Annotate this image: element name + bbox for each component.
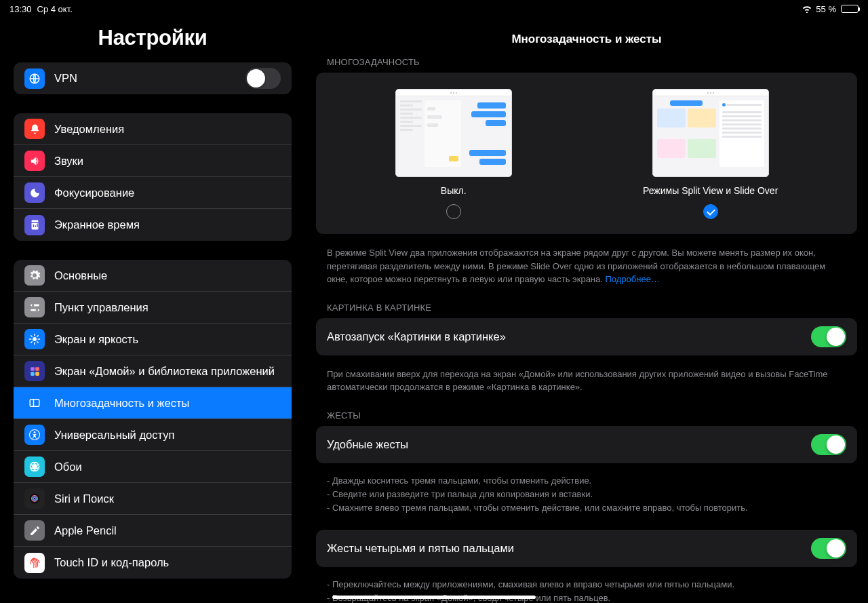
sidebar-item-label: Фокусирование (54, 186, 281, 200)
sidebar-item-accessibility[interactable]: Универсальный доступ (14, 419, 292, 451)
option-off[interactable]: Выкл. (395, 89, 512, 219)
sidebar-item-touchid[interactable]: Touch ID и код-пароль (14, 547, 292, 579)
control-center-icon (24, 297, 45, 317)
vpn-toggle[interactable] (245, 68, 281, 89)
sidebar-item-pencil[interactable]: Apple Pencil (14, 515, 292, 547)
sidebar-item-focus[interactable]: Фокусирование (14, 177, 292, 209)
sidebar-item-label: Siri и Поиск (54, 492, 281, 506)
detail-pane: Многозадачность и жесты МНОГОЗАДАЧНОСТЬ … (305, 0, 868, 603)
sidebar-item-label: VPN (54, 71, 245, 85)
svg-point-4 (35, 309, 38, 311)
general-icon (24, 265, 45, 286)
multitasking-icon (24, 393, 45, 413)
svg-rect-6 (31, 367, 35, 371)
sidebar-item-general[interactable]: Основные (14, 260, 292, 292)
sidebar-item-home-screen[interactable]: Экран «Домой» и библиотека приложений (14, 355, 292, 387)
focus-icon (24, 182, 45, 203)
sidebar-item-label: Пункт управления (54, 300, 281, 315)
option-splitview-thumb (652, 89, 769, 177)
multitask-options-card: Выкл. (316, 73, 857, 234)
radio-splitview[interactable] (703, 204, 718, 219)
sidebar-item-label: Многозадачность и жесты (54, 396, 281, 410)
sidebar-item-display[interactable]: Экран и яркость (14, 324, 292, 355)
sidebar-item-label: Универсальный доступ (54, 428, 281, 442)
battery-percent: 55 % (816, 4, 836, 14)
home-indicator[interactable] (332, 596, 536, 599)
wallpaper-icon (24, 456, 45, 477)
sidebar-item-control-center[interactable]: Пункт управления (14, 292, 292, 324)
sounds-icon (24, 151, 45, 171)
sidebar-item-screen-time[interactable]: Экранное время (14, 209, 292, 241)
display-icon (24, 329, 45, 349)
gesture1-toggle[interactable] (811, 434, 846, 455)
globe-icon (24, 69, 45, 89)
pencil-icon (24, 520, 45, 541)
sidebar-item-siri[interactable]: Siri и Поиск (14, 483, 292, 515)
pip-toggle[interactable] (811, 326, 846, 347)
status-time: 13:30 (9, 4, 32, 14)
sidebar-item-label: Экран «Домой» и библиотека приложений (54, 364, 281, 378)
svg-rect-8 (31, 372, 35, 376)
option-label: Режимы Split View и Slide Over (643, 185, 778, 196)
battery-icon (841, 5, 859, 13)
sidebar-item-notifications[interactable]: Уведомления (14, 113, 292, 145)
status-bar: 13:30 Ср 4 окт. 55 % (0, 0, 868, 18)
sidebar-group-vpn: VPN (14, 62, 292, 94)
learn-more-link[interactable]: Подробнее… (606, 274, 660, 284)
section-header-multitask: МНОГОЗАДАЧНОСТЬ (305, 57, 868, 73)
svg-rect-9 (35, 372, 39, 376)
section-header-gestures: ЖЕСТЫ (305, 410, 868, 426)
sidebar-item-multitasking[interactable]: Многозадачность и жесты (14, 387, 292, 419)
svg-rect-10 (30, 400, 39, 407)
row-convenient-gestures[interactable]: Удобные жесты (316, 426, 857, 463)
sidebar-item-label: Apple Pencil (54, 524, 281, 538)
accessibility-icon (24, 425, 45, 445)
option-label: Выкл. (441, 185, 467, 196)
sidebar-item-label: Экран и яркость (54, 332, 281, 347)
row-pip-autostart[interactable]: Автозапуск «Картинки в картинке» (316, 318, 857, 355)
sidebar-item-sounds[interactable]: Звуки (14, 145, 292, 177)
home-screen-icon (24, 361, 45, 381)
sidebar-group-1: УведомленияЗвукиФокусированиеЭкранное вр… (14, 113, 292, 241)
siri-icon (24, 488, 45, 509)
sidebar-item-label: Уведомления (54, 122, 281, 136)
pip-footer: При смахивании вверх для перехода на экр… (305, 362, 868, 410)
svg-point-12 (34, 431, 36, 433)
option-off-thumb (395, 89, 512, 177)
sidebar-item-label: Звуки (54, 154, 281, 168)
notifications-icon (24, 119, 45, 139)
sidebar-item-vpn[interactable]: VPN (14, 62, 292, 94)
sidebar-item-label: Touch ID и код-пароль (54, 556, 281, 570)
row-45-finger-gestures[interactable]: Жесты четырьмя и пятью пальцами (316, 530, 857, 567)
svg-point-18 (30, 494, 40, 504)
screen-time-icon (24, 215, 45, 235)
radio-off[interactable] (446, 204, 461, 219)
multitask-footer: В режиме Split View два приложения отобр… (305, 241, 868, 303)
section-header-pip: КАРТИНКА В КАРТИНКЕ (305, 303, 868, 318)
gesture2-toggle[interactable] (811, 538, 846, 559)
svg-point-14 (33, 465, 37, 469)
status-date: Ср 4 окт. (37, 4, 73, 14)
option-splitview[interactable]: Режимы Split View и Slide Over (643, 89, 778, 219)
sidebar: Настройки VPN УведомленияЗвукиФокусирова… (0, 0, 305, 603)
svg-point-3 (31, 304, 34, 307)
wifi-icon (802, 5, 812, 13)
sidebar-item-label: Обои (54, 460, 281, 474)
touchid-icon (24, 553, 45, 573)
gesture1-desc: - Дважды коснитесь тремя пальцами, чтобы… (305, 470, 868, 530)
sidebar-item-label: Экранное время (54, 218, 281, 232)
svg-point-5 (33, 337, 37, 341)
sidebar-item-wallpaper[interactable]: Обои (14, 451, 292, 483)
sidebar-item-label: Основные (54, 269, 281, 283)
sidebar-group-2: ОсновныеПункт управленияЭкран и яркостьЭ… (14, 260, 292, 579)
svg-rect-7 (35, 367, 39, 371)
